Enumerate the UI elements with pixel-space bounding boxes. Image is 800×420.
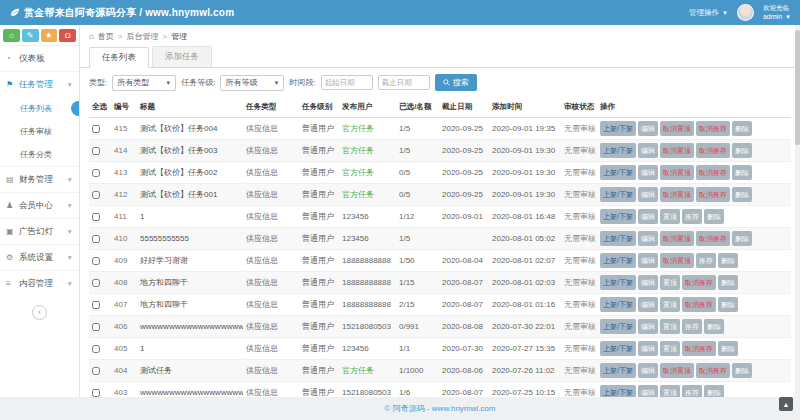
recommend-button[interactable]: 推荐 [696, 253, 716, 268]
row-checkbox[interactable] [92, 323, 100, 331]
toggle-status-button[interactable]: 上架/下架 [600, 209, 636, 224]
back-to-top-button[interactable]: ▲ [779, 397, 793, 411]
type-select[interactable]: 所有类型 ▼ [112, 75, 176, 91]
sidebar-item-system[interactable]: ⚙系统设置▼ [0, 244, 79, 270]
pin-button[interactable]: 置顶 [660, 341, 680, 356]
delete-button[interactable]: 删除 [718, 275, 738, 290]
toggle-status-button[interactable]: 上架/下架 [600, 187, 636, 202]
pin-button[interactable]: 置顶 [660, 297, 680, 312]
pin-button[interactable]: 取消置顶 [660, 165, 694, 180]
breadcrumb-backend[interactable]: 后台管理 [127, 31, 159, 42]
recommend-button[interactable]: 取消推荐 [682, 341, 716, 356]
sidebar-item-dashboard[interactable]: ◔仪表板 [0, 45, 79, 71]
footer-link[interactable]: © 阿奇源码 - www.hnymwl.com [385, 404, 496, 413]
star-button[interactable]: ★ [41, 29, 58, 42]
recommend-button[interactable]: 取消推荐 [696, 165, 730, 180]
toggle-status-button[interactable]: 上架/下架 [600, 319, 636, 334]
recommend-button[interactable]: 推荐 [682, 319, 702, 334]
delete-button[interactable]: 删除 [732, 187, 752, 202]
pin-button[interactable]: 置顶 [660, 319, 680, 334]
delete-button[interactable]: 删除 [718, 253, 738, 268]
row-checkbox[interactable] [92, 367, 100, 375]
edit-button[interactable]: 编辑 [638, 121, 658, 136]
delete-button[interactable]: 删除 [718, 297, 738, 312]
sidebar-item-task-list[interactable]: 任务列表 [0, 97, 79, 120]
tab-add-task[interactable]: 添加任务 [152, 46, 212, 67]
pencil-button[interactable]: ✎ [22, 29, 39, 42]
delete-button[interactable]: 删除 [704, 209, 724, 224]
row-checkbox[interactable] [92, 345, 100, 353]
pin-button[interactable]: 取消置顶 [660, 363, 694, 378]
recommend-button[interactable]: 推荐 [682, 209, 702, 224]
pin-button[interactable]: 取消置顶 [660, 187, 694, 202]
home-button[interactable]: ⌂ [3, 29, 20, 42]
search-button[interactable]: 搜索 [435, 74, 477, 91]
row-checkbox[interactable] [92, 169, 100, 177]
toggle-status-button[interactable]: 上架/下架 [600, 385, 636, 397]
delete-button[interactable]: 删除 [718, 341, 738, 356]
avatar[interactable] [737, 4, 754, 21]
toggle-status-button[interactable]: 上架/下架 [600, 363, 636, 378]
edit-button[interactable]: 编辑 [638, 319, 658, 334]
edit-button[interactable]: 编辑 [638, 143, 658, 158]
edit-button[interactable]: 编辑 [638, 275, 658, 290]
toggle-status-button[interactable]: 上架/下架 [600, 143, 636, 158]
pin-button[interactable]: 置顶 [660, 275, 680, 290]
row-checkbox[interactable] [92, 147, 100, 155]
sidebar-item-tasks[interactable]: ⚑任务管理▼ [0, 71, 79, 97]
recommend-button[interactable]: 取消推荐 [682, 297, 716, 312]
row-checkbox[interactable] [92, 389, 100, 397]
sidebar-collapse-button[interactable]: ‹ [32, 305, 47, 320]
pin-button[interactable]: 取消置顶 [660, 121, 694, 136]
toggle-status-button[interactable]: 上架/下架 [600, 121, 636, 136]
edit-button[interactable]: 编辑 [638, 253, 658, 268]
delete-button[interactable]: 删除 [704, 385, 724, 397]
pin-button[interactable]: 取消置顶 [660, 231, 694, 246]
toggle-status-button[interactable]: 上架/下架 [600, 275, 636, 290]
toggle-status-button[interactable]: 上架/下架 [600, 341, 636, 356]
level-select[interactable]: 所有等级 ▼ [220, 75, 284, 91]
scrollbar-track[interactable] [795, 25, 800, 420]
sidebar-item-finance[interactable]: ▤财务管理▼ [0, 166, 79, 192]
pin-button[interactable]: 置顶 [660, 385, 680, 397]
pin-button[interactable]: 置顶 [660, 209, 680, 224]
recommend-button[interactable]: 取消推荐 [696, 187, 730, 202]
row-checkbox[interactable] [92, 213, 100, 221]
delete-button[interactable]: 删除 [732, 165, 752, 180]
end-date-input[interactable] [378, 75, 430, 90]
row-checkbox[interactable] [92, 301, 100, 309]
sidebar-item-ads[interactable]: ▣广告幻灯▼ [0, 218, 79, 244]
tab-task-list[interactable]: 任务列表 [89, 47, 149, 68]
toggle-status-button[interactable]: 上架/下架 [600, 231, 636, 246]
admin-actions-menu[interactable]: 管理操作 ▼ [689, 8, 728, 18]
row-checkbox[interactable] [92, 279, 100, 287]
sidebar-item-members[interactable]: ♟会员中心▼ [0, 192, 79, 218]
recommend-button[interactable]: 推荐 [682, 385, 702, 397]
scrollbar-thumb[interactable] [795, 30, 800, 145]
toggle-status-button[interactable]: 上架/下架 [600, 253, 636, 268]
delete-button[interactable]: 删除 [732, 143, 752, 158]
pin-button[interactable]: 取消置顶 [660, 143, 694, 158]
recommend-button[interactable]: 取消推荐 [696, 121, 730, 136]
delete-button[interactable]: 删除 [732, 121, 752, 136]
delete-button[interactable]: 删除 [732, 363, 752, 378]
start-date-input[interactable] [321, 75, 373, 90]
edit-button[interactable]: 编辑 [638, 231, 658, 246]
recommend-button[interactable]: 取消推荐 [682, 275, 716, 290]
breadcrumb-home[interactable]: 首页 [98, 31, 114, 42]
row-checkbox[interactable] [92, 191, 100, 199]
sidebar-item-task-audit[interactable]: 任务审核 [0, 120, 79, 143]
bell-button[interactable]: Ω [59, 29, 76, 42]
edit-button[interactable]: 编辑 [638, 363, 658, 378]
edit-button[interactable]: 编辑 [638, 209, 658, 224]
recommend-button[interactable]: 取消推荐 [696, 231, 730, 246]
user-menu[interactable]: 欢迎光临 admin ▼ [763, 4, 791, 22]
toggle-status-button[interactable]: 上架/下架 [600, 297, 636, 312]
edit-button[interactable]: 编辑 [638, 187, 658, 202]
sidebar-item-task-category[interactable]: 任务分类 [0, 143, 79, 166]
delete-button[interactable]: 删除 [704, 319, 724, 334]
edit-button[interactable]: 编辑 [638, 165, 658, 180]
edit-button[interactable]: 编辑 [638, 297, 658, 312]
recommend-button[interactable]: 取消推荐 [696, 363, 730, 378]
sidebar-item-content[interactable]: ≡内容管理▼ [0, 270, 79, 296]
